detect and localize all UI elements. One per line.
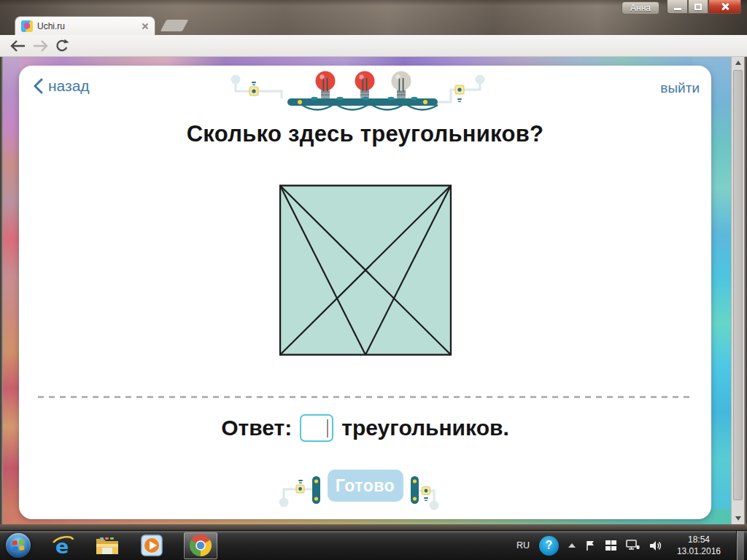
get-windows-icon[interactable] xyxy=(605,540,616,551)
scroll-down-icon xyxy=(735,516,741,521)
forward-arrow-icon xyxy=(32,40,48,52)
triangle-figure-svg xyxy=(279,184,452,356)
minimize-button[interactable] xyxy=(667,0,688,14)
submit-decoration: Готово xyxy=(278,467,453,511)
media-player-icon[interactable] xyxy=(140,534,163,557)
reload-icon xyxy=(55,39,69,53)
back-button[interactable] xyxy=(9,37,28,55)
file-explorer-icon[interactable] xyxy=(95,535,120,556)
clock-date: 13.01.2016 xyxy=(677,545,721,557)
taskbar-clock[interactable]: 18:54 13.01.2016 xyxy=(673,534,721,557)
scroll-up-button[interactable] xyxy=(732,57,744,69)
clock-time: 18:54 xyxy=(677,534,721,545)
browser-tab[interactable]: Uchi.ru xyxy=(15,16,155,35)
language-indicator[interactable]: RU xyxy=(516,540,530,551)
scroll-down-button[interactable] xyxy=(732,513,744,524)
scrollbar-thumb[interactable] xyxy=(733,70,743,500)
scroll-up-icon xyxy=(735,61,741,65)
exit-link[interactable]: выйти xyxy=(660,80,700,96)
maximize-icon xyxy=(694,4,702,10)
action-center-flag-icon[interactable] xyxy=(585,540,596,551)
minimize-icon xyxy=(674,8,681,10)
network-icon[interactable] xyxy=(626,540,640,551)
submit-button[interactable]: Готово xyxy=(328,470,403,502)
windows-logo-icon xyxy=(12,540,25,551)
start-button[interactable] xyxy=(6,533,31,558)
chrome-icon xyxy=(190,534,212,556)
reload-button[interactable] xyxy=(53,37,71,55)
close-button[interactable] xyxy=(708,0,741,14)
task-card: назад выйти xyxy=(19,66,711,519)
bulbs-group xyxy=(315,71,411,99)
answer-row: Ответ: треугольников. xyxy=(19,411,711,446)
question-title: Сколько здесь треугольников? xyxy=(19,121,711,147)
page-content: назад выйти xyxy=(3,57,744,524)
chrome-taskbar-button[interactable] xyxy=(184,532,217,559)
taskbar: e xyxy=(0,530,747,560)
window-titlebar: Анна Uchi.ru xyxy=(0,0,747,35)
figure-wrap xyxy=(279,184,452,359)
svg-text:e: e xyxy=(55,535,69,557)
screen: Анна Uchi.ru xyxy=(0,0,747,560)
maximize-button[interactable] xyxy=(688,0,708,14)
show-desktop-button[interactable] xyxy=(736,531,744,560)
chevron-left-icon xyxy=(34,78,43,94)
back-link[interactable]: назад xyxy=(34,77,90,95)
volume-icon[interactable] xyxy=(649,540,663,551)
text-caret xyxy=(327,419,328,438)
answer-input[interactable] xyxy=(300,414,333,442)
window-border-bottom xyxy=(0,524,747,530)
tile-strip-left xyxy=(3,57,20,524)
browser-toolbar: https://uchi.ru/complex_cards/7177 ABP xyxy=(0,35,747,57)
back-link-label: назад xyxy=(48,77,90,95)
dashed-divider xyxy=(38,396,692,398)
internet-explorer-icon[interactable]: e xyxy=(51,534,74,557)
tab-title: Uchi.ru xyxy=(37,21,142,31)
uchi-favicon-icon xyxy=(21,20,33,32)
answer-suffix: треугольников. xyxy=(341,416,508,440)
answer-label: Ответ: xyxy=(221,416,292,440)
help-icon[interactable]: ? xyxy=(539,536,559,556)
vertical-scrollbar[interactable] xyxy=(731,57,744,524)
window-border-right xyxy=(744,35,747,530)
tab-close-icon[interactable] xyxy=(142,23,149,30)
new-tab-button[interactable] xyxy=(160,20,189,31)
show-hidden-icons-button[interactable] xyxy=(568,543,576,548)
chrome-user-button[interactable]: Анна xyxy=(622,1,659,15)
forward-button[interactable] xyxy=(31,37,50,55)
lights-decoration xyxy=(231,69,500,116)
close-icon xyxy=(721,2,729,11)
back-arrow-icon xyxy=(10,40,26,52)
